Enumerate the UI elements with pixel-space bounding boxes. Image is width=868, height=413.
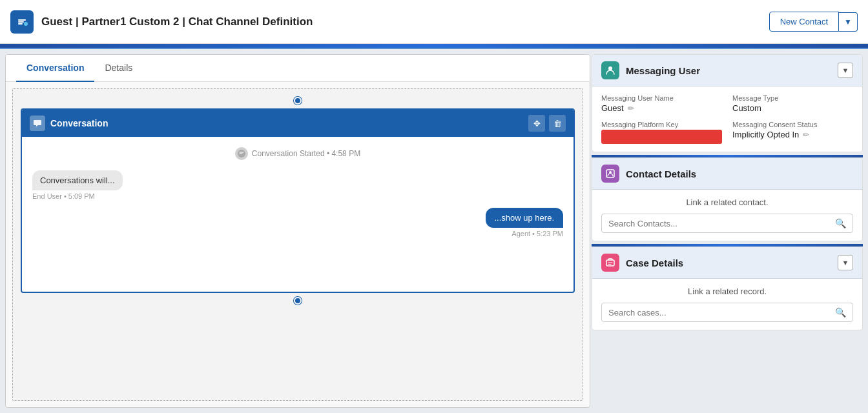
tab-details[interactable]: Details: [94, 55, 143, 82]
message-meta-left: End User • 5:09 PM: [32, 192, 563, 200]
messaging-user-header: Messaging User ▼: [592, 55, 862, 86]
resize-handle-top[interactable]: [21, 97, 575, 105]
message-meta-right: Agent • 5:23 PM: [512, 230, 563, 237]
conversation-title: Conversation: [50, 118, 108, 128]
contact-link-text: Link a related contact.: [601, 197, 853, 207]
top-blue-strip: [0, 44, 868, 49]
resize-dot-bottom: [294, 297, 302, 305]
tab-conversation[interactable]: Conversation: [16, 55, 94, 82]
consent-edit-icon[interactable]: ✏: [803, 130, 809, 139]
move-button[interactable]: ✥: [528, 115, 545, 132]
page-title: Guest | Partner1 Custom 2 | Chat Channel…: [41, 15, 313, 28]
header-left: Guest | Partner1 Custom 2 | Chat Channel…: [10, 10, 313, 34]
case-search-input[interactable]: [608, 308, 835, 317]
move-icon: ✥: [533, 119, 541, 128]
case-details-header-left: Case Details: [601, 254, 683, 272]
contact-search-bar[interactable]: 🔍: [601, 214, 853, 233]
new-contact-button[interactable]: New Contact: [769, 12, 839, 32]
message-bubble-left: Conversations will...: [32, 170, 123, 190]
conversation-header: Conversation ✥ 🗑: [22, 110, 574, 137]
app-logo: [10, 10, 34, 34]
conversation-box: Conversation ✥ 🗑: [21, 108, 575, 293]
conversation-actions: ✥ 🗑: [528, 115, 566, 132]
messaging-user-header-left: Messaging User: [601, 61, 700, 79]
app-header: Guest | Partner1 Custom 2 | Chat Channel…: [0, 0, 868, 44]
case-details-dropdown[interactable]: ▼: [838, 255, 853, 270]
messaging-user-name-label: Messaging User Name: [601, 94, 722, 102]
chevron-down-icon: ▼: [842, 66, 849, 74]
messages-area: Conversation Started • 4:58 PM Conversat…: [22, 137, 574, 292]
messaging-user-card: Messaging User ▼ Messaging User Name Gue…: [592, 54, 863, 152]
case-details-title: Case Details: [626, 257, 683, 268]
messaging-consent-label: Messaging Consent Status: [732, 121, 853, 128]
edit-icon[interactable]: ✏: [628, 104, 634, 113]
chevron-down-icon: ▼: [842, 259, 849, 267]
svg-point-1: [24, 22, 28, 26]
messaging-user-name-value: Guest ✏: [601, 103, 722, 113]
delete-button[interactable]: 🗑: [549, 115, 566, 132]
tab-bar: Conversation Details: [6, 55, 590, 82]
system-dot: [235, 147, 248, 160]
case-details-body: Link a related record. 🔍: [592, 279, 862, 330]
svg-point-3: [608, 66, 612, 70]
contact-details-icon: [601, 165, 619, 183]
messaging-platform-key-field: Messaging Platform Key: [601, 121, 722, 144]
resize-handle-bottom[interactable]: [21, 297, 575, 305]
contact-details-header: Contact Details: [592, 158, 862, 190]
system-message: Conversation Started • 4:58 PM: [32, 147, 563, 160]
left-panel: Conversation Details: [5, 54, 590, 408]
messaging-user-name-field: Messaging User Name Guest ✏: [601, 94, 722, 113]
messaging-user-icon: [601, 61, 619, 79]
right-panel: Messaging User ▼ Messaging User Name Gue…: [592, 54, 863, 408]
message-type-field: Message Type Custom: [732, 94, 853, 113]
chevron-down-icon: ▼: [844, 17, 852, 26]
messaging-consent-value: Implicitly Opted In ✏: [732, 130, 853, 139]
message-type-value: Custom: [732, 103, 853, 113]
contact-details-title: Contact Details: [626, 168, 696, 179]
system-message-text: Conversation Started • 4:58 PM: [252, 149, 360, 158]
contact-search-input[interactable]: [608, 219, 835, 228]
case-search-icon: 🔍: [835, 307, 846, 317]
conversation-icon: [30, 116, 45, 131]
case-details-card: Case Details ▼ Link a related record. 🔍: [592, 247, 863, 330]
messaging-user-body: Messaging User Name Guest ✏ Message Type…: [592, 86, 862, 152]
trash-icon: 🗑: [553, 119, 562, 128]
new-contact-dropdown-button[interactable]: ▼: [839, 12, 858, 32]
message-left-row: Conversations will... End User • 5:09 PM: [32, 170, 563, 200]
svg-point-5: [609, 171, 612, 174]
main-layout: Conversation Details: [0, 49, 868, 413]
header-actions: New Contact ▼: [769, 12, 858, 32]
case-link-text: Link a related record.: [601, 287, 853, 296]
case-details-header: Case Details ▼: [592, 247, 862, 279]
messaging-platform-key-label: Messaging Platform Key: [601, 121, 722, 128]
resize-dot-top: [294, 97, 302, 105]
case-details-icon: [601, 254, 619, 272]
contact-details-card: Contact Details Link a related contact. …: [592, 157, 863, 241]
contact-details-header-left: Contact Details: [601, 165, 696, 183]
case-search-bar[interactable]: 🔍: [601, 303, 853, 322]
messaging-consent-field: Messaging Consent Status Implicitly Opte…: [732, 121, 853, 144]
message-bubble-right: ...show up here.: [486, 208, 564, 228]
platform-key-bar: [601, 130, 722, 144]
contact-search-icon: 🔍: [835, 218, 846, 228]
conversation-header-left: Conversation: [30, 116, 108, 131]
message-right-row: ...show up here. Agent • 5:23 PM: [32, 208, 563, 237]
contact-details-body: Link a related contact. 🔍: [592, 190, 862, 241]
messaging-user-dropdown[interactable]: ▼: [838, 63, 853, 78]
conversation-outer: Conversation ✥ 🗑: [12, 88, 583, 401]
message-type-label: Message Type: [732, 94, 853, 102]
messaging-user-title: Messaging User: [626, 65, 700, 76]
